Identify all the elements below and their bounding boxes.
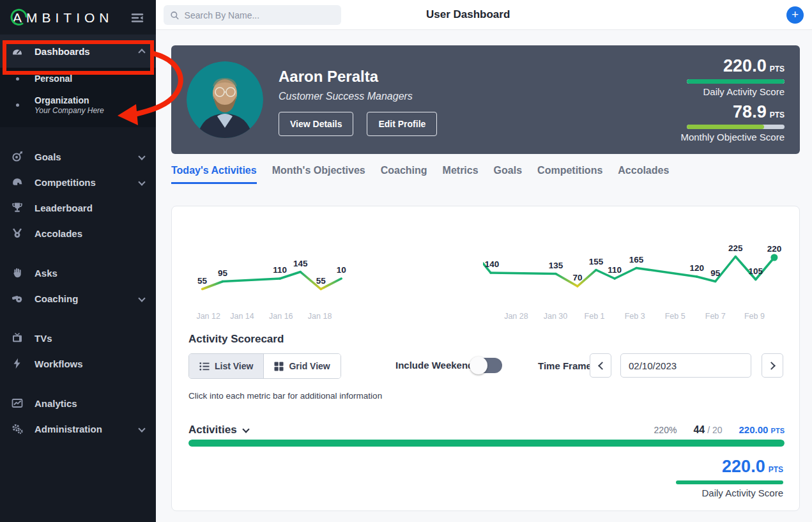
add-button[interactable]: + — [786, 6, 804, 24]
metric-progress-bar[interactable] — [188, 440, 785, 447]
sidebar-item-label: Leaderboard — [34, 203, 144, 213]
sidebar-collapse-icon[interactable] — [130, 12, 144, 24]
chevron-left-icon — [598, 362, 606, 370]
sidebar-item-analytics[interactable]: Analytics — [0, 390, 156, 416]
sidebar-item-workflows[interactable]: Workflows — [0, 351, 156, 376]
sidebar-item-label: TVs — [34, 333, 144, 344]
profile-name: Aaron Peralta — [279, 68, 378, 86]
administration-icon — [10, 423, 24, 434]
goals-icon — [10, 151, 24, 162]
tab-coaching[interactable]: Coaching — [381, 165, 427, 184]
svg-text:Jan 18: Jan 18 — [308, 312, 332, 321]
sidebar-item-label: Administration — [34, 424, 139, 434]
tab-metrics[interactable]: Metrics — [443, 165, 479, 184]
sidebar-item-label: Accolades — [34, 228, 144, 239]
next-day-button[interactable] — [762, 353, 783, 378]
coaching-icon — [10, 293, 24, 304]
workflows-icon — [10, 358, 24, 369]
tab-competitions[interactable]: Competitions — [537, 165, 602, 184]
sidebar-nav: Goals Competitions Leaderboard — [0, 127, 156, 441]
sidebar-item-tvs[interactable]: TVs — [0, 325, 156, 351]
include-weekends-toggle[interactable] — [471, 358, 502, 373]
svg-text:70: 70 — [572, 273, 582, 282]
sidebar-item-competitions[interactable]: Competitions — [0, 169, 156, 195]
svg-text:145: 145 — [293, 259, 308, 268]
accolades-icon — [10, 227, 24, 239]
sidebar-item-asks[interactable]: Asks — [0, 260, 156, 286]
tab-accolades[interactable]: Accolades — [618, 165, 669, 184]
chevron-down-icon — [138, 153, 145, 160]
metric-name-label: Activities — [188, 424, 237, 436]
page-title: User Dashboard — [426, 8, 510, 21]
sidebar-item-accolades[interactable]: Accolades — [0, 220, 156, 246]
profile-card: Aaron Peralta Customer Success Managers … — [171, 45, 800, 154]
sidebar-item-goals[interactable]: Goals — [0, 144, 156, 169]
svg-text:95: 95 — [218, 268, 228, 278]
view-details-button[interactable]: View Details — [279, 112, 353, 136]
list-view-label: List View — [215, 361, 253, 371]
svg-text:140: 140 — [485, 259, 500, 269]
search-box — [164, 5, 341, 25]
ambition-logo[interactable]: AMBITION — [9, 10, 114, 26]
logo-ring-icon — [8, 6, 30, 29]
svg-text:10: 10 — [337, 265, 346, 275]
list-view-icon — [199, 362, 210, 371]
sidebar-item-personal[interactable]: Personal — [0, 68, 156, 89]
sidebar-item-label: Coaching — [34, 293, 139, 304]
chevron-down-icon — [138, 178, 145, 185]
topbar: User Dashboard + — [156, 0, 812, 30]
search-input[interactable] — [185, 10, 335, 20]
include-weekends-label: Include Weekends — [395, 360, 479, 371]
previous-day-button[interactable] — [590, 353, 611, 378]
svg-text:Jan 14: Jan 14 — [230, 312, 254, 321]
tab-todays-activities[interactable]: Today's Activities — [171, 165, 257, 184]
tab-goals[interactable]: Goals — [494, 165, 522, 184]
svg-text:Feb 7: Feb 7 — [705, 312, 726, 321]
svg-text:Jan 12: Jan 12 — [196, 312, 220, 321]
metric-row-activities: Activities 220% 44/ 20 220.00 PTS — [188, 424, 785, 436]
sidebar-item-leaderboard[interactable]: Leaderboard — [0, 195, 156, 220]
tab-months-objectives[interactable]: Month's Objectives — [272, 165, 365, 184]
grid-view-icon — [274, 362, 284, 371]
sidebar-item-administration[interactable]: Administration — [0, 416, 156, 441]
dashboard-tabs: Today's Activities Month's Objectives Co… — [171, 165, 669, 184]
competitions-icon — [10, 176, 24, 188]
daily-score-value: 220.0PTS — [723, 57, 785, 76]
profile-role: Customer Success Managers — [279, 91, 413, 102]
leaderboard-icon — [10, 202, 24, 213]
sidebar-item-organization[interactable]: Organization Your Company Here — [0, 89, 156, 121]
svg-text:Feb 3: Feb 3 — [625, 312, 645, 321]
svg-text:Jan 28: Jan 28 — [504, 312, 528, 321]
grid-view-button[interactable]: Grid View — [264, 354, 340, 378]
sidebar-item-label: Goals — [34, 151, 139, 162]
bullet-icon — [16, 104, 19, 107]
sidebar-item-label: Analytics — [34, 398, 144, 409]
date-field — [620, 353, 751, 378]
avatar — [187, 61, 263, 138]
sidebar-item-dashboards[interactable]: Dashboards — [0, 35, 156, 68]
metric-name-dropdown[interactable]: Activities — [188, 424, 249, 436]
svg-text:135: 135 — [549, 261, 563, 270]
edit-profile-button[interactable]: Edit Profile — [367, 112, 437, 136]
daily-score-label: Daily Activity Score — [703, 86, 785, 97]
sidebar-item-label: Competitions — [34, 177, 139, 188]
main-content: Aaron Peralta Customer Success Managers … — [156, 30, 812, 522]
chevron-down-icon — [138, 425, 145, 432]
sidebar-item-label: Asks — [34, 268, 144, 279]
list-view-button[interactable]: List View — [189, 354, 264, 378]
sidebar-item-coaching[interactable]: Coaching — [0, 286, 156, 311]
app-root: AMBITION Dashboards Personal — [0, 0, 812, 522]
sub-item-label: Personal — [34, 73, 72, 84]
activity-trend-chart-right: 1401357015511016512095225105220Jan 28Jan… — [483, 243, 793, 323]
svg-text:Jan 30: Jan 30 — [544, 312, 568, 321]
svg-text:110: 110 — [273, 265, 287, 275]
svg-text:105: 105 — [749, 266, 763, 276]
svg-text:220: 220 — [767, 244, 782, 254]
date-input[interactable] — [629, 360, 756, 371]
scorecard-title: Activity Scorecard — [188, 333, 284, 346]
svg-text:Feb 5: Feb 5 — [665, 312, 686, 321]
svg-text:Jan 16: Jan 16 — [269, 312, 293, 321]
sidebar-item-label: Dashboards — [34, 46, 139, 57]
chevron-right-icon — [767, 362, 776, 370]
sidebar-dashboards-group: Dashboards Personal Organization Your Co… — [0, 35, 156, 127]
